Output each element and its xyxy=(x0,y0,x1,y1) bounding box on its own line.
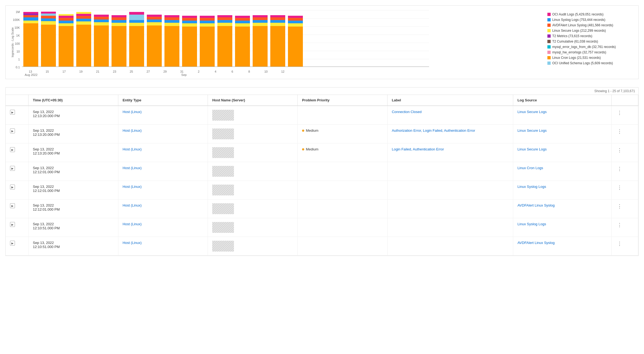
svg-rect-31 xyxy=(76,12,91,14)
legend-color-t2-cumulative xyxy=(547,40,551,43)
svg-rect-65 xyxy=(200,18,215,21)
legend-color-mysql-error xyxy=(547,45,551,49)
row-expand-button[interactable]: ▶ xyxy=(10,185,15,189)
col-header-time: Time (UTC+05:30) xyxy=(28,95,118,106)
row-expand-cell: ▶ xyxy=(6,143,28,162)
legend-color-t2-metrics xyxy=(547,34,551,38)
svg-rect-85 xyxy=(270,17,285,20)
row-more-button[interactable]: ⋮ xyxy=(616,128,623,134)
entity-link[interactable]: Host (Linux) xyxy=(123,203,142,207)
row-host xyxy=(208,162,298,181)
row-more-button[interactable]: ⋮ xyxy=(616,147,623,153)
row-more-button[interactable]: ⋮ xyxy=(616,203,623,209)
logsource-link[interactable]: Linux Syslog Logs xyxy=(518,185,546,189)
svg-rect-67 xyxy=(217,26,232,67)
row-actions: ⋮ xyxy=(612,237,638,256)
svg-rect-47 xyxy=(147,25,162,67)
row-time: Sep 13, 202212:13:20.000 PM xyxy=(28,143,118,162)
row-label xyxy=(387,237,513,256)
label-link[interactable]: Connection Closed xyxy=(392,110,422,114)
logsource-link[interactable]: AVDFAlert Linux Syslog xyxy=(518,241,555,245)
svg-rect-51 xyxy=(147,15,162,17)
legend-label-mysql-hw: mysql_hw_errorlogs (32,757 records) xyxy=(552,50,606,54)
logsource-link[interactable]: AVDFAlert Linux Syslog xyxy=(518,203,555,207)
svg-rect-26 xyxy=(76,25,91,67)
priority-cell: Medium xyxy=(302,128,383,133)
row-expand-button[interactable]: ▶ xyxy=(10,203,15,208)
priority-dot-medium xyxy=(302,148,304,150)
row-host xyxy=(208,218,298,237)
legend-label-linux-syslog: Linux Syslog Logs (753,444 records) xyxy=(552,18,605,22)
col-header-priority: Problem Priority xyxy=(298,95,388,106)
row-expand-button[interactable]: ▶ xyxy=(10,110,15,115)
entity-link[interactable]: Host (Linux) xyxy=(123,166,142,170)
svg-rect-66 xyxy=(200,16,215,18)
svg-rect-68 xyxy=(217,23,232,26)
legend-item-oci-audit: OCI Audit Logs (5,429,051 records) xyxy=(547,12,634,16)
svg-rect-49 xyxy=(147,20,162,22)
row-label: Authorization Error, Login Failed, Authe… xyxy=(387,125,513,143)
row-time: Sep 13, 202212:12:01.000 PM xyxy=(28,181,118,199)
svg-rect-36 xyxy=(94,15,109,17)
svg-rect-33 xyxy=(94,22,109,25)
entity-link[interactable]: Host (Linux) xyxy=(123,222,142,226)
col-header-host: Host Name (Server) xyxy=(208,95,298,106)
entity-link[interactable]: Host (Linux) xyxy=(123,147,142,151)
svg-rect-87 xyxy=(288,27,303,67)
priority-label: Medium xyxy=(306,128,318,133)
row-expand-cell: ▶ xyxy=(6,162,28,181)
svg-rect-9 xyxy=(23,21,38,23)
label-link[interactable]: Authorization Error, Login Failed, Authe… xyxy=(392,128,475,133)
row-expand-cell: ▶ xyxy=(6,218,28,237)
legend-item-oci-unified: OCI Unified Schema Logs (5,609 records) xyxy=(547,61,634,65)
svg-rect-82 xyxy=(270,26,285,67)
row-more-button[interactable]: ⋮ xyxy=(616,222,623,228)
svg-rect-34 xyxy=(94,20,109,22)
entity-link[interactable]: Host (Linux) xyxy=(123,128,142,133)
svg-rect-22 xyxy=(59,21,74,23)
logsource-link[interactable]: Linux Syslog Logs xyxy=(518,222,546,226)
row-host xyxy=(208,199,298,218)
svg-rect-80 xyxy=(253,17,268,20)
logsource-link[interactable]: Linux Secure Logs xyxy=(518,128,547,133)
row-time: Sep 13, 202212:13:20.000 PM xyxy=(28,106,118,125)
legend-label-t2-metrics: T2 Metrics (73,615 records) xyxy=(552,34,592,38)
row-logsource: Linux Syslog Logs xyxy=(513,181,612,199)
svg-rect-11 xyxy=(23,15,38,17)
row-expand-button[interactable]: ▶ xyxy=(10,222,15,227)
row-expand-button[interactable]: ▶ xyxy=(10,241,15,246)
row-more-button[interactable]: ⋮ xyxy=(616,166,623,172)
logsource-link[interactable]: Linux Secure Logs xyxy=(518,110,547,114)
label-link[interactable]: Login Failed, Authentication Error xyxy=(392,147,444,151)
legend-label-linux-cron: Linux Cron Logs (21,531 records) xyxy=(552,56,601,60)
row-label xyxy=(387,162,513,181)
entity-link[interactable]: Host (Linux) xyxy=(123,241,142,245)
row-more-button[interactable]: ⋮ xyxy=(616,241,623,247)
svg-rect-24 xyxy=(59,16,74,18)
legend-color-linux-syslog xyxy=(547,18,551,21)
svg-rect-35 xyxy=(94,17,109,20)
row-expand-button[interactable]: ▶ xyxy=(10,147,15,152)
row-more-button[interactable]: ⋮ xyxy=(616,185,623,191)
legend-item-t2-cumulative: T2 Cumulative (61,038 records) xyxy=(547,40,634,43)
svg-rect-58 xyxy=(182,23,197,27)
row-host xyxy=(208,237,298,256)
priority-cell: Medium xyxy=(302,147,383,151)
entity-link[interactable]: Host (Linux) xyxy=(123,185,142,189)
legend-item-linux-secure: Linux Secure Logs (212,299 records) xyxy=(547,29,634,33)
legend-item-t2-metrics: T2 Metrics (73,615 records) xyxy=(547,34,634,38)
logsource-link[interactable]: Linux Secure Logs xyxy=(518,147,547,151)
row-more-button[interactable]: ⋮ xyxy=(616,110,623,116)
row-priority: Medium xyxy=(298,125,388,143)
priority-dot-medium xyxy=(302,130,304,132)
entity-link[interactable]: Host (Linux) xyxy=(123,110,142,114)
legend-label-linux-secure: Linux Secure Logs (212,299 records) xyxy=(552,29,606,33)
row-expand-button[interactable]: ▶ xyxy=(10,166,15,171)
row-priority: Medium xyxy=(298,143,388,162)
svg-rect-46 xyxy=(129,12,144,15)
bar-chart-svg xyxy=(22,10,542,69)
logsource-link[interactable]: Linux Cron Logs xyxy=(518,166,543,170)
row-actions: ⋮ xyxy=(612,106,638,125)
row-expand-button[interactable]: ▶ xyxy=(10,128,15,133)
svg-rect-57 xyxy=(182,27,197,67)
